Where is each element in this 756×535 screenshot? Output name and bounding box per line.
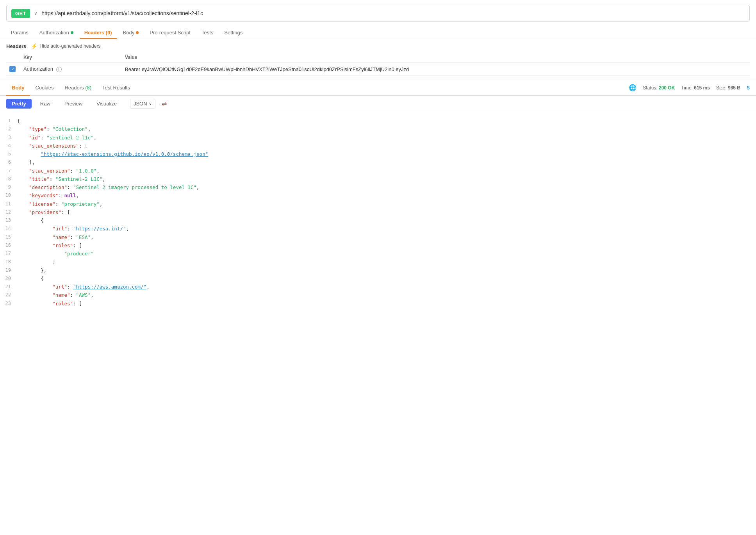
- resp-tab-test-results[interactable]: Test Results: [97, 82, 136, 93]
- json-line: 7 "stac_version": "1.0.0",: [0, 167, 756, 175]
- format-chevron-icon: ∨: [149, 101, 152, 106]
- time-value: 615 ms: [694, 85, 710, 91]
- url-input[interactable]: https://api.earthdaily.com/platform/v1/s…: [41, 10, 745, 16]
- json-line: 1{: [0, 117, 756, 125]
- key-cell: Authorization i: [20, 63, 122, 76]
- value-cell[interactable]: Bearer eyJraWQiOiJtNGg1d0F2dE9kanBwUWpHb…: [122, 63, 750, 76]
- request-tabs: Params Authorization Headers (9) Body Pr…: [0, 27, 756, 39]
- view-visualize[interactable]: Visualize: [91, 99, 122, 109]
- json-line: 21 "url": "https://aws.amazon.com/",: [0, 283, 756, 291]
- json-line: 23 "roles": [: [0, 300, 756, 308]
- view-preview[interactable]: Preview: [59, 99, 88, 109]
- json-line: 18 ]: [0, 258, 756, 266]
- status-label: Status: 200 OK: [643, 85, 675, 91]
- json-line: 2 "type": "Collection",: [0, 125, 756, 133]
- method-chevron[interactable]: ∨: [34, 11, 37, 16]
- json-line: 9 "description": "Sentinel 2 imagery pro…: [0, 183, 756, 191]
- info-icon[interactable]: i: [56, 67, 62, 72]
- json-line: 12 "providers": [: [0, 208, 756, 216]
- json-line: 20 {: [0, 275, 756, 283]
- size-value: 985 B: [728, 85, 740, 91]
- resp-tab-headers[interactable]: Headers Headers (8)(8): [59, 82, 97, 93]
- resp-tab-cookies[interactable]: Cookies: [30, 82, 59, 93]
- json-line: 17 "producer": [0, 250, 756, 258]
- tab-settings[interactable]: Settings: [219, 27, 247, 39]
- tab-headers[interactable]: Headers (9): [80, 27, 117, 39]
- wrap-icon[interactable]: ⇌: [162, 100, 167, 107]
- headers-toolbar: Headers ⚡ Hide auto-generated headers: [6, 43, 750, 49]
- response-tabs: Body Cookies Headers Headers (8)(8) Test…: [0, 80, 756, 96]
- resp-tab-headers-label: Headers: [64, 85, 85, 91]
- col-key: Key: [20, 52, 122, 63]
- json-line: 10 "keywords": null,: [0, 191, 756, 200]
- time-label: Time: 615 ms: [681, 85, 710, 91]
- method-badge[interactable]: GET: [11, 9, 30, 18]
- response-status-bar: 🌐 Status: 200 OK Time: 615 ms Size: 985 …: [629, 84, 750, 91]
- tab-authorization[interactable]: Authorization: [35, 27, 78, 39]
- table-row: ✓ Authorization i Bearer eyJraWQiOiJtNGg…: [6, 63, 750, 76]
- json-line: 11 "license": "proprietary",: [0, 200, 756, 208]
- json-line: 4 "stac_extensions": [: [0, 142, 756, 150]
- resp-tab-body[interactable]: Body: [6, 82, 30, 93]
- globe-icon: 🌐: [629, 84, 637, 91]
- col-value: Value: [122, 52, 750, 63]
- headers-section: Headers ⚡ Hide auto-generated headers Ke…: [0, 39, 756, 80]
- json-line: 22 "name": "AWS",: [0, 291, 756, 299]
- row-checkbox[interactable]: ✓: [9, 66, 16, 72]
- view-pretty[interactable]: Pretty: [6, 99, 32, 109]
- tab-params[interactable]: Params: [6, 27, 33, 39]
- size-label: Size: 985 B: [716, 85, 740, 91]
- headers-title: Headers: [6, 43, 26, 49]
- tab-prerequest[interactable]: Pre-request Script: [145, 27, 195, 39]
- json-line: 19 },: [0, 266, 756, 275]
- headers-table: Key Value ✓ Authorization i Bearer eyJra…: [6, 52, 750, 76]
- row-checkbox-cell: ✓: [6, 63, 20, 76]
- json-line: 6 ],: [0, 158, 756, 166]
- authorization-dot: [71, 31, 73, 34]
- json-line: 14 "url": "https://esa.int/",: [0, 225, 756, 233]
- view-raw[interactable]: Raw: [35, 99, 56, 109]
- json-content: 1{2 "type": "Collection",3 "id": "sentin…: [0, 112, 756, 312]
- json-line: 15 "name": "ESA",: [0, 233, 756, 241]
- json-line: 3 "id": "sentinel-2-l1c",: [0, 134, 756, 142]
- col-checkbox: [6, 52, 20, 63]
- save-response-button[interactable]: S: [747, 85, 750, 91]
- tab-tests[interactable]: Tests: [197, 27, 218, 39]
- hide-auto-icon: ⚡: [31, 43, 37, 49]
- json-line: 5 "https://stac-extensions.github.io/eo/…: [0, 150, 756, 158]
- json-line: 8 "title": "Sentinel-2 L1C",: [0, 175, 756, 183]
- json-line: 13 {: [0, 216, 756, 225]
- format-selector[interactable]: JSON ∨: [130, 99, 155, 109]
- url-bar: GET ∨ https://api.earthdaily.com/platfor…: [6, 5, 750, 22]
- body-toolbar: Pretty Raw Preview Visualize JSON ∨ ⇌: [0, 96, 756, 112]
- body-dot: [136, 31, 139, 34]
- json-line: 16 "roles": [: [0, 241, 756, 250]
- status-value: 200 OK: [659, 85, 675, 91]
- tab-body[interactable]: Body: [118, 27, 144, 39]
- hide-auto-button[interactable]: ⚡ Hide auto-generated headers: [31, 43, 100, 49]
